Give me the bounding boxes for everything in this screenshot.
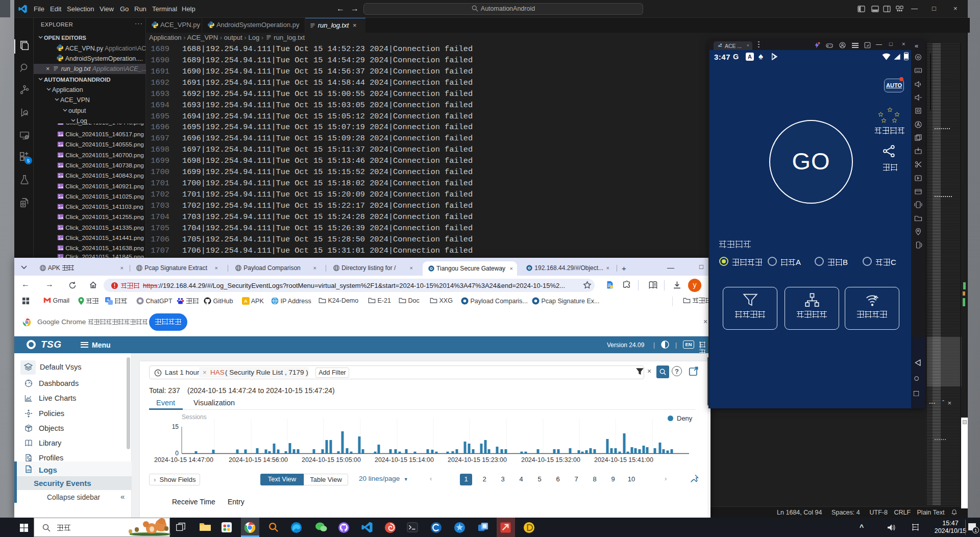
svg-text:A: A bbox=[107, 298, 109, 302]
svg-text:0: 0 bbox=[175, 450, 179, 457]
svg-text:A: A bbox=[244, 299, 248, 304]
svg-text:15: 15 bbox=[172, 423, 179, 430]
svg-text:Sessions: Sessions bbox=[182, 413, 207, 421]
svg-text:LOG: LOG bbox=[26, 469, 31, 472]
